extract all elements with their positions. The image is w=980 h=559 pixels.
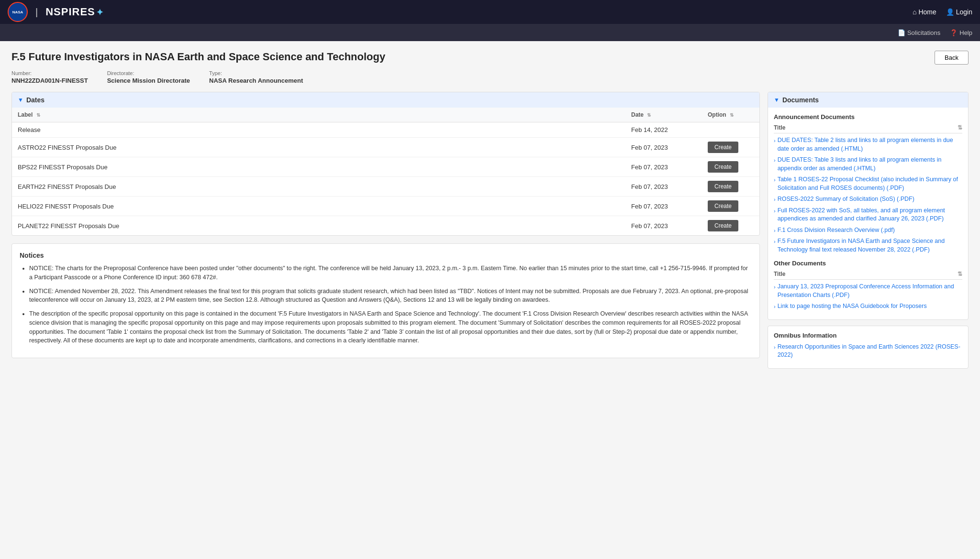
announcement-links: ›DUE DATES: Table 2 lists and links to a…: [774, 136, 962, 254]
omnibus-section: Omnibus Information ›Research Opportunit…: [768, 326, 969, 369]
nasa-logo: NASA: [8, 2, 28, 22]
notice-item: The description of the specific proposal…: [29, 309, 752, 345]
create-button[interactable]: Create: [708, 181, 738, 192]
other-sort-icon: ⇅: [958, 271, 962, 277]
notice-item: NOTICE: The charts for the Preproposal C…: [29, 264, 752, 282]
announcement-sort-icon: ⇅: [958, 124, 962, 131]
date-label-cell: HELIO22 FINESST Proposals Due: [12, 197, 625, 216]
left-column: ▼ Dates Label ⇅ Date ⇅: [11, 92, 760, 358]
document-link[interactable]: ›ROSES-2022 Summary of Solicitation (SoS…: [774, 195, 962, 204]
other-col-title: Title ⇅: [774, 269, 962, 280]
type-value: NASA Research Announcement: [209, 77, 303, 84]
table-row: PLANET22 FINESST Proposals Due Feb 07, 2…: [12, 216, 759, 236]
date-value-cell: Feb 07, 2023: [625, 138, 702, 157]
top-navigation: NASA | NSPIRES✦ ⌂ Home 👤 Login: [0, 0, 980, 24]
documents-body: Announcement Documents Title ⇅ ›DUE DATE…: [768, 113, 968, 319]
document-link[interactable]: ›DUE DATES: Table 2 lists and links to a…: [774, 136, 962, 153]
date-label-cell: EARTH22 FINESST Proposals Due: [12, 177, 625, 197]
document-link[interactable]: ›F.5 Future Investigators in NASA Earth …: [774, 237, 962, 254]
directorate-value: Science Mission Directorate: [107, 77, 190, 84]
date-sort-icon: ⇅: [647, 112, 651, 118]
table-row: BPS22 FINESST Proposals Due Feb 07, 2023…: [12, 157, 759, 177]
documents-section: ▼ Documents Announcement Documents Title…: [768, 92, 969, 320]
document-link[interactable]: ›Link to page hosting the NASA Guidebook…: [774, 302, 962, 311]
option-sort-icon: ⇅: [730, 112, 734, 118]
link-chevron-icon: ›: [774, 157, 776, 164]
document-link[interactable]: ›Table 1 ROSES-22 Proposal Checklist (al…: [774, 175, 962, 192]
number-value: NNH22ZDA001N-FINESST: [11, 77, 88, 84]
number-meta: Number: NNH22ZDA001N-FINESST: [11, 70, 88, 84]
link-chevron-icon: ›: [774, 176, 776, 184]
home-icon: ⌂: [913, 8, 916, 16]
solicitations-link[interactable]: 📄 Solicitations: [898, 29, 940, 36]
right-column: ▼ Documents Announcement Documents Title…: [768, 92, 969, 369]
help-link[interactable]: ❓ Help: [950, 29, 972, 36]
type-meta: Type: NASA Research Announcement: [209, 70, 303, 84]
date-option-cell: Create: [702, 138, 759, 157]
table-row: EARTH22 FINESST Proposals Due Feb 07, 20…: [12, 177, 759, 197]
link-chevron-icon: ›: [774, 196, 776, 203]
sub-navigation: 📄 Solicitations ❓ Help: [0, 24, 980, 41]
login-link[interactable]: 👤 Login: [946, 8, 972, 16]
link-chevron-icon: ›: [774, 284, 776, 291]
announcement-docs-title: Announcement Documents: [774, 113, 962, 121]
other-docs-title: Other Documents: [774, 260, 962, 267]
home-link[interactable]: ⌂ Home: [913, 8, 936, 16]
date-value-cell: Feb 07, 2023: [625, 197, 702, 216]
link-chevron-icon: ›: [774, 227, 776, 234]
directorate-label: Directorate:: [107, 70, 190, 76]
documents-chevron-icon[interactable]: ▼: [774, 97, 780, 103]
date-option-cell: Create: [702, 157, 759, 177]
dates-chevron-icon[interactable]: ▼: [18, 97, 23, 103]
brand-name: NSPIRES✦: [45, 6, 104, 18]
date-column-header[interactable]: Date ⇅: [625, 108, 702, 122]
link-chevron-icon: ›: [774, 303, 776, 310]
document-link[interactable]: ›January 13, 2023 Preproposal Conference…: [774, 283, 962, 299]
account-icon: 👤: [946, 8, 954, 16]
create-button[interactable]: Create: [708, 220, 738, 231]
date-option-cell: Create: [702, 177, 759, 197]
link-chevron-icon: ›: [774, 137, 776, 144]
table-row: ASTRO22 FINESST Proposals Due Feb 07, 20…: [12, 138, 759, 157]
notice-item: NOTICE: Amended November 28, 2022. This …: [29, 287, 752, 305]
meta-row: Number: NNH22ZDA001N-FINESST Directorate…: [11, 70, 969, 84]
label-sort-icon: ⇅: [36, 112, 40, 118]
date-label-cell: Release: [12, 122, 625, 138]
back-button[interactable]: Back: [935, 51, 969, 65]
number-label: Number:: [11, 70, 88, 76]
link-chevron-icon: ›: [774, 344, 776, 351]
date-value-cell: Feb 07, 2023: [625, 157, 702, 177]
document-link[interactable]: ›F.1 Cross Division Research Overview (.…: [774, 226, 962, 235]
date-option-cell: Create: [702, 216, 759, 236]
dates-table: Label ⇅ Date ⇅ Option ⇅: [12, 108, 759, 235]
label-column-header[interactable]: Label ⇅: [12, 108, 625, 122]
document-link[interactable]: ›DUE DATES: Table 3 lists and links to a…: [774, 156, 962, 173]
notices-list: NOTICE: The charts for the Preproposal C…: [20, 264, 752, 345]
notices-title: Notices: [20, 252, 752, 259]
other-links: ›January 13, 2023 Preproposal Conference…: [774, 283, 962, 311]
date-label-cell: BPS22 FINESST Proposals Due: [12, 157, 625, 177]
content-grid: ▼ Dates Label ⇅ Date ⇅: [11, 92, 969, 369]
dates-section: ▼ Dates Label ⇅ Date ⇅: [11, 92, 760, 236]
omnibus-link[interactable]: ›Research Opportunities in Space and Ear…: [774, 343, 962, 360]
directorate-meta: Directorate: Science Mission Directorate: [107, 70, 190, 84]
create-button[interactable]: Create: [708, 142, 738, 153]
date-value-cell: Feb 14, 2022: [625, 122, 702, 138]
page-header: F.5 Future Investigators in NASA Earth a…: [11, 51, 969, 65]
notices-section: Notices NOTICE: The charts for the Prepr…: [11, 243, 760, 358]
documents-title: Documents: [782, 96, 819, 104]
table-row: Release Feb 14, 2022: [12, 122, 759, 138]
solicitations-icon: 📄: [898, 29, 905, 36]
document-link[interactable]: ›Full ROSES-2022 with SoS, all tables, a…: [774, 207, 962, 223]
announcement-col-title: Title ⇅: [774, 122, 962, 133]
documents-header: ▼ Documents: [768, 92, 968, 108]
page-title: F.5 Future Investigators in NASA Earth a…: [11, 51, 385, 63]
omnibus-title: Omnibus Information: [774, 332, 962, 339]
link-chevron-icon: ›: [774, 208, 776, 215]
dates-header: ▼ Dates: [12, 92, 759, 108]
create-button[interactable]: Create: [708, 161, 738, 173]
option-column-header[interactable]: Option ⇅: [702, 108, 759, 122]
type-label: Type:: [209, 70, 303, 76]
create-button[interactable]: Create: [708, 200, 738, 212]
omnibus-links: ›Research Opportunities in Space and Ear…: [774, 343, 962, 360]
